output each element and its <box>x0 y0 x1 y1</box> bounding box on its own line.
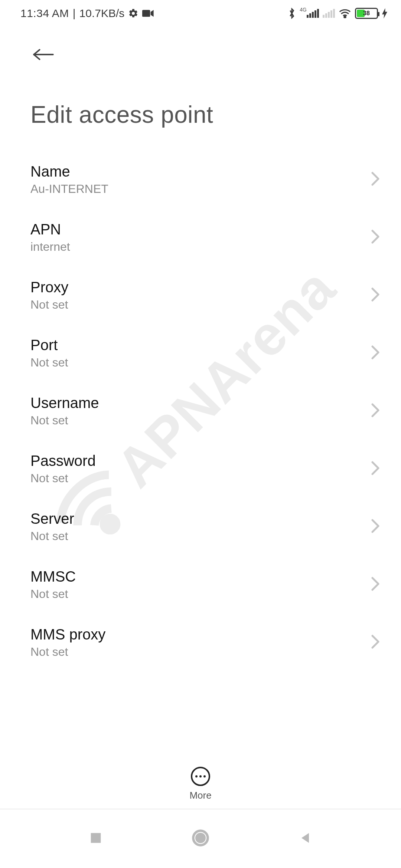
svg-rect-0 <box>142 10 150 17</box>
field-row-mms-proxy[interactable]: MMS proxyNot set <box>0 614 401 671</box>
status-separator: | <box>73 7 76 20</box>
row-text: MMSCNot set <box>30 568 76 601</box>
chevron-right-icon <box>370 403 381 419</box>
video-camera-icon <box>142 9 154 17</box>
row-label: MMS proxy <box>30 626 105 643</box>
nav-recent-button[interactable] <box>88 831 103 847</box>
wifi-icon <box>339 9 351 18</box>
status-bar-right: 4G 38 <box>288 8 388 19</box>
field-row-apn[interactable]: APNinternet <box>0 208 401 266</box>
header <box>0 27 401 75</box>
row-value: Not set <box>30 471 96 485</box>
more-label: More <box>189 790 211 801</box>
row-value: Not set <box>30 414 99 427</box>
nav-back-button[interactable] <box>298 831 313 847</box>
status-bar-left: 11:34 AM | 10.7KB/s <box>20 7 154 20</box>
battery-icon: 38 <box>355 8 378 19</box>
row-text: APNinternet <box>30 221 70 254</box>
gear-icon <box>128 8 138 19</box>
signal-nosim-icon <box>323 9 335 18</box>
chevron-right-icon <box>370 345 381 361</box>
chevron-right-icon <box>370 287 381 303</box>
page-title: Edit access point <box>0 75 401 151</box>
signal-4g-icon: 4G <box>300 9 319 18</box>
charging-bolt-icon <box>382 8 388 19</box>
field-row-proxy[interactable]: ProxyNot set <box>0 266 401 324</box>
more-horizontal-icon <box>191 767 210 786</box>
row-label: Server <box>30 510 74 527</box>
field-row-server[interactable]: ServerNot set <box>0 498 401 556</box>
row-text: PortNot set <box>30 337 68 369</box>
row-label: Username <box>30 395 99 411</box>
field-row-password[interactable]: PasswordNot set <box>0 440 401 498</box>
bluetooth-icon <box>288 8 296 19</box>
screen: 11:34 AM | 10.7KB/s 4G <box>0 0 401 868</box>
svg-rect-4 <box>91 833 101 843</box>
row-value: Not set <box>30 645 105 659</box>
row-label: Password <box>30 453 96 469</box>
row-value: Not set <box>30 587 76 601</box>
status-time: 11:34 AM <box>20 7 69 20</box>
more-bar: More <box>0 767 401 801</box>
row-value: Not set <box>30 356 68 369</box>
row-value: internet <box>30 240 70 254</box>
row-text: PasswordNot set <box>30 453 96 485</box>
chevron-right-icon <box>370 461 381 477</box>
settings-list: NameAu-INTERNETAPNinternetProxyNot setPo… <box>0 151 401 852</box>
row-label: Port <box>30 337 68 354</box>
more-button[interactable]: More <box>189 767 211 801</box>
row-label: Proxy <box>30 279 68 296</box>
nav-home-button[interactable] <box>191 828 210 849</box>
row-text: NameAu-INTERNET <box>30 163 108 196</box>
row-text: ProxyNot set <box>30 279 68 312</box>
back-button[interactable] <box>30 42 56 68</box>
row-text: ServerNot set <box>30 510 74 543</box>
chevron-right-icon <box>370 576 381 593</box>
chevron-right-icon <box>370 171 381 188</box>
row-value: Au-INTERNET <box>30 182 108 196</box>
row-text: MMS proxyNot set <box>30 626 105 659</box>
svg-point-6 <box>195 833 206 843</box>
field-row-username[interactable]: UsernameNot set <box>0 382 401 440</box>
system-nav-bar <box>0 809 401 868</box>
chevron-right-icon <box>370 229 381 246</box>
row-value: Not set <box>30 298 68 312</box>
arrow-left-icon <box>32 47 55 62</box>
row-label: Name <box>30 163 108 180</box>
field-row-name[interactable]: NameAu-INTERNET <box>0 151 401 208</box>
field-row-port[interactable]: PortNot set <box>0 324 401 382</box>
row-label: APN <box>30 221 70 238</box>
svg-point-1 <box>344 16 346 18</box>
status-bar: 11:34 AM | 10.7KB/s 4G <box>0 0 401 27</box>
field-row-mmsc[interactable]: MMSCNot set <box>0 556 401 614</box>
chevron-right-icon <box>370 634 381 651</box>
chevron-right-icon <box>370 519 381 535</box>
status-net-speed: 10.7KB/s <box>79 7 125 20</box>
row-value: Not set <box>30 529 74 543</box>
row-text: UsernameNot set <box>30 395 99 427</box>
row-label: MMSC <box>30 568 76 585</box>
